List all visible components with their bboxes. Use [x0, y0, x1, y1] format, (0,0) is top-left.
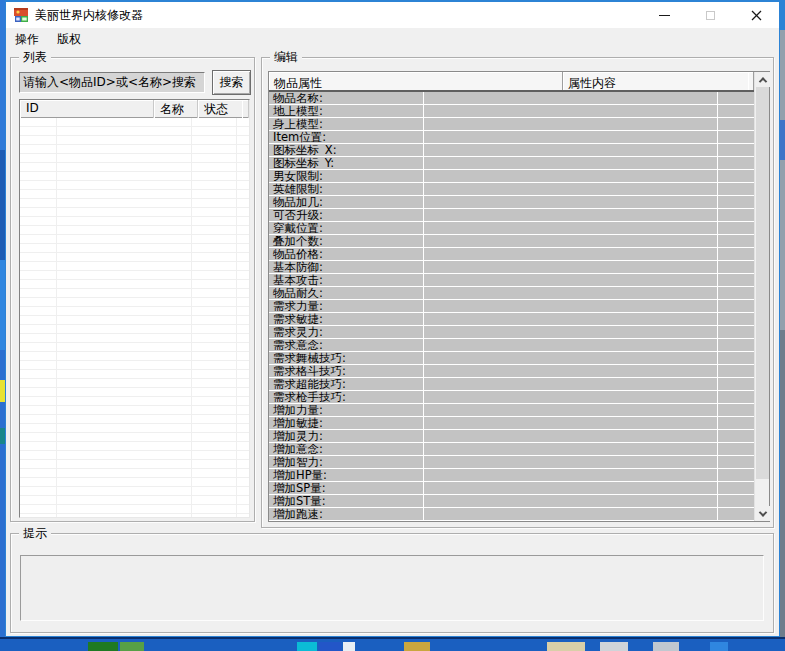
- property-value-cell[interactable]: [424, 508, 718, 520]
- property-row[interactable]: 增加灵力:: [269, 430, 754, 442]
- property-row[interactable]: 基本攻击:: [269, 274, 754, 286]
- property-value-cell[interactable]: [424, 339, 718, 351]
- property-row[interactable]: 增加SP量:: [269, 482, 754, 494]
- property-value-cell[interactable]: [424, 313, 718, 325]
- property-value-cell[interactable]: [424, 196, 718, 208]
- property-row[interactable]: 需求枪手技巧:: [269, 391, 754, 403]
- property-row[interactable]: 物品名称:: [269, 92, 754, 104]
- scroll-down-button[interactable]: [755, 506, 770, 521]
- property-name-cell: 需求枪手技巧:: [269, 391, 424, 403]
- property-value-cell[interactable]: [424, 92, 718, 104]
- list-column-header[interactable]: ID: [20, 100, 154, 118]
- property-row[interactable]: 增加智力:: [269, 456, 754, 468]
- property-row[interactable]: 图标坐标_X:: [269, 144, 754, 156]
- property-row[interactable]: 需求敏捷:: [269, 313, 754, 325]
- property-row[interactable]: 需求超能技巧:: [269, 378, 754, 390]
- property-row[interactable]: 穿戴位置:: [269, 222, 754, 234]
- property-value-cell[interactable]: [424, 118, 718, 130]
- property-row[interactable]: 基本防御:: [269, 261, 754, 273]
- search-button[interactable]: 搜索: [212, 70, 251, 95]
- property-column-header[interactable]: 属性内容: [563, 72, 748, 90]
- scroll-up-button[interactable]: [755, 72, 770, 87]
- property-table[interactable]: 物品属性属性内容 物品名称: 地上模型:: [268, 71, 770, 522]
- property-value-cell[interactable]: [424, 352, 718, 364]
- property-name-cell: 物品名称:: [269, 92, 424, 104]
- property-column-header[interactable]: 物品属性: [269, 72, 563, 90]
- desktop-icon-fragment: [547, 642, 585, 651]
- property-row[interactable]: 需求格斗技巧:: [269, 365, 754, 377]
- property-row[interactable]: 物品加几:: [269, 196, 754, 208]
- property-value-cell[interactable]: [424, 443, 718, 455]
- title-bar[interactable]: 美丽世界内核修改器: [6, 2, 779, 28]
- property-row[interactable]: 需求灵力:: [269, 326, 754, 338]
- property-row[interactable]: 增加HP量:: [269, 469, 754, 481]
- property-name-cell: 男女限制:: [269, 170, 424, 182]
- property-value-cell[interactable]: [424, 404, 718, 416]
- property-row[interactable]: 叠加个数:: [269, 235, 754, 247]
- property-extra-cell: [718, 508, 754, 520]
- search-input[interactable]: [19, 72, 205, 93]
- close-icon: [751, 10, 762, 21]
- property-value-cell[interactable]: [424, 170, 718, 182]
- hint-content: [20, 555, 764, 621]
- property-value-cell[interactable]: [424, 287, 718, 299]
- close-button[interactable]: [733, 2, 779, 28]
- property-row[interactable]: 物品价格:: [269, 248, 754, 260]
- property-extra-cell: [718, 248, 754, 260]
- property-name-cell: Item位置:: [269, 131, 424, 143]
- property-value-cell[interactable]: [424, 157, 718, 169]
- item-list[interactable]: ID名称状态: [19, 99, 250, 518]
- property-row[interactable]: 可否升级:: [269, 209, 754, 221]
- property-value-cell[interactable]: [424, 183, 718, 195]
- list-column-header[interactable]: [242, 100, 249, 118]
- scrollbar-thumb[interactable]: [756, 87, 769, 479]
- property-value-cell[interactable]: [424, 365, 718, 377]
- property-row[interactable]: 图标坐标_Y:: [269, 157, 754, 169]
- property-value-cell[interactable]: [424, 222, 718, 234]
- property-value-cell[interactable]: [424, 300, 718, 312]
- vertical-scrollbar[interactable]: [754, 72, 769, 521]
- property-value-cell[interactable]: [424, 495, 718, 507]
- item-list-body[interactable]: [20, 118, 249, 517]
- desktop-icon-fragment: [88, 642, 118, 651]
- desktop-icon-fragment: [710, 642, 728, 651]
- property-value-cell[interactable]: [424, 456, 718, 468]
- property-value-cell[interactable]: [424, 131, 718, 143]
- property-value-cell[interactable]: [424, 430, 718, 442]
- property-value-cell[interactable]: [424, 248, 718, 260]
- property-value-cell[interactable]: [424, 261, 718, 273]
- property-value-cell[interactable]: [424, 378, 718, 390]
- property-row[interactable]: 需求意念:: [269, 339, 754, 351]
- minimize-button[interactable]: [641, 2, 687, 28]
- property-value-cell[interactable]: [424, 469, 718, 481]
- property-row[interactable]: 增加力量:: [269, 404, 754, 416]
- property-value-cell[interactable]: [424, 274, 718, 286]
- property-row[interactable]: 英雄限制:: [269, 183, 754, 195]
- app-icon: [13, 7, 29, 23]
- property-row[interactable]: 增加意念:: [269, 443, 754, 455]
- chevron-down-icon: [758, 508, 766, 516]
- property-row[interactable]: 需求力量:: [269, 300, 754, 312]
- property-value-cell[interactable]: [424, 209, 718, 221]
- property-row[interactable]: 增加敏捷:: [269, 417, 754, 429]
- property-row[interactable]: 地上模型:: [269, 105, 754, 117]
- menu-bar: 操作版权: [6, 28, 779, 51]
- property-value-cell[interactable]: [424, 105, 718, 117]
- property-row[interactable]: 物品耐久:: [269, 287, 754, 299]
- property-row[interactable]: Item位置:: [269, 131, 754, 143]
- property-row[interactable]: 男女限制:: [269, 170, 754, 182]
- property-row[interactable]: 需求舞械技巧:: [269, 352, 754, 364]
- property-value-cell[interactable]: [424, 417, 718, 429]
- property-value-cell[interactable]: [424, 144, 718, 156]
- menu-item[interactable]: 版权: [48, 28, 90, 51]
- menu-item[interactable]: 操作: [6, 28, 48, 51]
- list-column-header[interactable]: 名称: [154, 100, 198, 118]
- property-row[interactable]: 身上模型:: [269, 118, 754, 130]
- property-row[interactable]: 增加ST量:: [269, 495, 754, 507]
- property-value-cell[interactable]: [424, 391, 718, 403]
- property-value-cell[interactable]: [424, 482, 718, 494]
- property-row[interactable]: 增加跑速:: [269, 508, 754, 520]
- property-value-cell[interactable]: [424, 235, 718, 247]
- list-column-header[interactable]: 状态: [198, 100, 242, 118]
- property-value-cell[interactable]: [424, 326, 718, 338]
